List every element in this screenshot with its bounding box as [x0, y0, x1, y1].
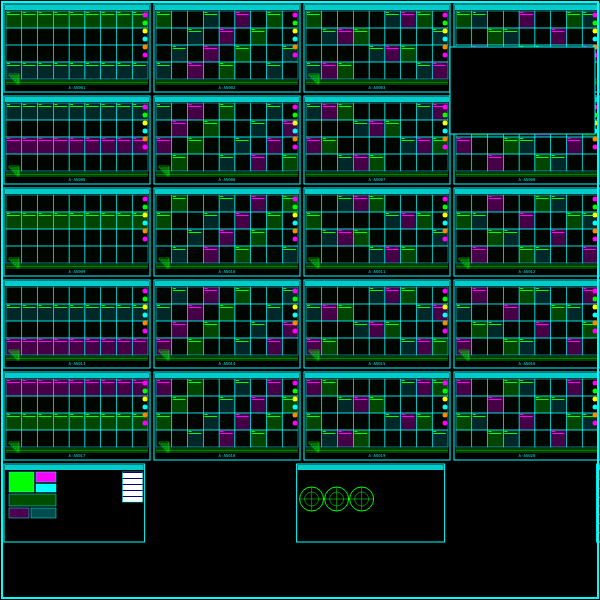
cad-container — [0, 0, 600, 600]
cad-drawing — [0, 0, 600, 600]
